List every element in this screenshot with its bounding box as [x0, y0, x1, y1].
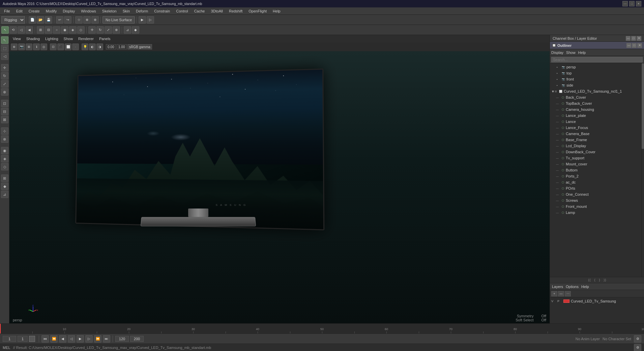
outliner-nav-next[interactable]: ⟩: [597, 278, 602, 282]
menu-file[interactable]: File: [1, 8, 13, 14]
menu-windows[interactable]: Windows: [78, 8, 99, 14]
viewport-menu-panels[interactable]: Panels: [97, 36, 113, 41]
vp-points[interactable]: ·: [72, 43, 79, 50]
universal-tool[interactable]: ⊕: [113, 26, 120, 34]
render-seq-button[interactable]: ▷: [147, 16, 154, 24]
outliner-nav-prev-prev[interactable]: ⟨⟨: [587, 278, 592, 282]
menu-edit[interactable]: Edit: [13, 8, 25, 14]
move-tool[interactable]: ✛: [88, 26, 96, 34]
anim-settings-button[interactable]: ⚙: [634, 335, 641, 343]
outliner-item-camera-base[interactable]: — ⬡ Camera_Base: [550, 131, 641, 137]
maximize-button[interactable]: □: [629, 1, 635, 6]
edge-button[interactable]: ◈: [69, 26, 77, 34]
undo-button[interactable]: ↩: [56, 16, 63, 24]
lasso-tool-icon[interactable]: ◁: [1, 53, 8, 60]
outliner-search-input[interactable]: [551, 57, 643, 62]
menu-skeleton[interactable]: Skeleton: [99, 8, 119, 14]
panel-maximize[interactable]: □: [631, 36, 636, 41]
gamma-dropdown[interactable]: sRGB gamma: [127, 44, 152, 50]
outliner-item-base-frame[interactable]: — ⬡ Base_Frame: [550, 137, 641, 143]
no-live-surface-button[interactable]: No Live Surface: [103, 16, 135, 24]
outliner-nav-next-next[interactable]: ⟩⟩: [602, 278, 608, 282]
go-to-end-button[interactable]: ⏭: [103, 335, 110, 343]
layers-menu-layers[interactable]: Layers: [552, 285, 563, 289]
object-button[interactable]: ○: [53, 26, 60, 34]
render-button[interactable]: ▶: [139, 16, 146, 24]
outliner-item-tv-support[interactable]: — ⬡ Tv_support: [550, 155, 641, 161]
gamma-field[interactable]: 1.00: [117, 44, 127, 50]
snap-grid-tool[interactable]: ⊟: [1, 108, 8, 115]
vp-lighting-mode[interactable]: 💡: [82, 43, 88, 50]
next-frame-button[interactable]: ⏩: [94, 335, 101, 343]
vp-grid[interactable]: ⊞: [26, 43, 32, 50]
menu-openflight[interactable]: OpenFlight: [246, 8, 269, 14]
viewport-menu-renderer[interactable]: Renderer: [76, 36, 96, 41]
viewport-menu-show[interactable]: Show: [62, 36, 75, 41]
layer-color-swatch[interactable]: [563, 299, 569, 303]
outliner-maximize[interactable]: □: [632, 43, 637, 48]
hierarchy-button[interactable]: ⊞: [37, 26, 44, 34]
layer-options-button[interactable]: ⋯: [565, 291, 571, 296]
art-brush-tool[interactable]: ⊿: [1, 191, 8, 198]
timeline-playhead[interactable]: [0, 324, 1, 333]
select-tool[interactable]: ⊹: [75, 16, 83, 24]
viewport-menu-lighting[interactable]: Lighting: [43, 36, 60, 41]
open-scene-button[interactable]: 📂: [37, 16, 44, 24]
camera-tool[interactable]: ◈: [1, 155, 8, 162]
paint-select-tool[interactable]: ⬚: [1, 44, 8, 52]
vp-shadows[interactable]: ◐: [89, 43, 96, 50]
minimize-button[interactable]: —: [622, 1, 628, 6]
outliner-item-buttom[interactable]: — ⬡ Buttom: [550, 167, 641, 173]
outliner-item-lance[interactable]: — ⬡ Lance: [550, 119, 641, 125]
menu-help[interactable]: Help: [270, 8, 283, 14]
menu-deform[interactable]: Deform: [133, 8, 151, 14]
delete-layer-button[interactable]: —: [558, 291, 564, 296]
viewport-menu-shading[interactable]: Shading: [24, 36, 42, 41]
start-frame-input[interactable]: [3, 336, 16, 342]
menu-control[interactable]: Control: [173, 8, 191, 14]
menu-redshift[interactable]: Redshift: [226, 8, 245, 14]
outliner-item-mount-cover[interactable]: — ⬡ Mount_cover: [550, 161, 641, 167]
next-key-button[interactable]: ▷: [85, 335, 93, 343]
outliner-item-front-mount[interactable]: — ⬡ Front_mount: [550, 203, 641, 210]
exposure-field[interactable]: 0.00: [106, 44, 116, 50]
vp-bounding-box[interactable]: ⬜: [65, 43, 71, 50]
menu-3dtoall[interactable]: 3DtoAll: [208, 8, 225, 14]
outliner-item-front[interactable]: ▪ 📷 front: [550, 76, 641, 82]
lasso-tool[interactable]: ⊗: [83, 16, 91, 24]
paint-tool[interactable]: ⊕: [91, 16, 99, 24]
snap-point-tool[interactable]: ⊡: [1, 100, 8, 107]
new-scene-button[interactable]: 📄: [29, 16, 36, 24]
outliner-item-lance-focus[interactable]: — ⬡ Lance_Focus: [550, 125, 641, 131]
close-button[interactable]: ✕: [636, 1, 641, 6]
vp-select-camera[interactable]: ⊕: [11, 43, 18, 50]
prev-key-button[interactable]: ◀: [59, 335, 66, 343]
move-tool-icon[interactable]: ✛: [1, 64, 8, 71]
menu-modify[interactable]: Modify: [43, 8, 59, 14]
outliner-scrollbar-thumb[interactable]: [642, 63, 644, 149]
outliner-item-screws[interactable]: — ⬡ Screws: [550, 197, 641, 203]
outliner-item-persp[interactable]: ▪ 📷 persp: [550, 64, 641, 70]
save-scene-button[interactable]: 💾: [45, 16, 52, 24]
component-button[interactable]: ⊟: [45, 26, 52, 34]
current-frame-input[interactable]: [18, 336, 28, 342]
outliner-item-ports2[interactable]: — ⬡ Ports_2: [550, 173, 641, 179]
render-region-tool[interactable]: ◉: [1, 147, 8, 154]
paint-effects-tool[interactable]: ◆: [1, 183, 8, 190]
outliner-item-lance-plate[interactable]: — ⬡ Lance_plate: [550, 113, 641, 119]
menu-cache[interactable]: Cache: [192, 8, 208, 14]
outliner-item-ports[interactable]: — ⬡ POrts: [550, 185, 641, 191]
universal-manip-tool[interactable]: ⊕: [1, 88, 8, 96]
menu-create[interactable]: Create: [26, 8, 42, 14]
show-manip-tool[interactable]: ◇: [1, 163, 8, 170]
new-layer-button[interactable]: +: [551, 291, 557, 296]
outliner-close[interactable]: ✕: [637, 43, 642, 48]
layers-menu-help[interactable]: Help: [581, 285, 589, 289]
vertex-button[interactable]: ◉: [61, 26, 68, 34]
outliner-item-ac-dc[interactable]: — ⬡ ac_dc: [550, 179, 641, 185]
vp-camera-attrs[interactable]: 📷: [18, 43, 25, 50]
play-backward-button[interactable]: ◁: [68, 335, 75, 343]
outliner-item-back-cover[interactable]: — ⬡ Back_Cover: [550, 94, 641, 100]
vp-isolate[interactable]: ◎: [40, 43, 47, 50]
layers-menu-options[interactable]: Options: [566, 285, 579, 289]
